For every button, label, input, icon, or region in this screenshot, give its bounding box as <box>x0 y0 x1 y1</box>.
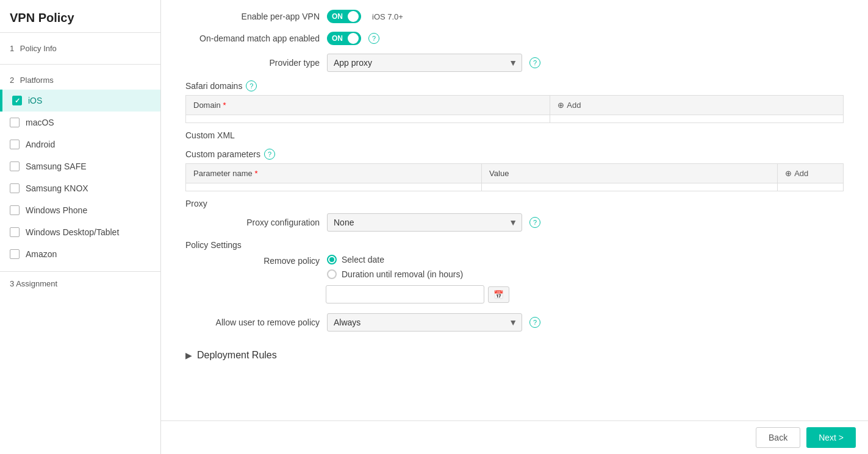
calendar-icon: 📅 <box>493 290 504 299</box>
calendar-button[interactable]: 📅 <box>488 286 509 303</box>
safari-domains-section: Safari domains ? <box>185 80 844 91</box>
add-domain-icon: ⊕ <box>558 101 564 110</box>
proxy-config-help-icon[interactable]: ? <box>529 217 540 228</box>
on-demand-row: On-demand match app enabled ON ? <box>185 32 844 45</box>
ios-checkbox[interactable] <box>12 96 22 105</box>
domain-column-header: Domain <box>186 96 550 115</box>
select-date-radio[interactable] <box>327 255 337 264</box>
param-empty-row <box>186 183 844 191</box>
allow-remove-row: Allow user to remove policy Always Never… <box>185 313 844 332</box>
main-content: Enable per-app VPN ON iOS 7.0+ On-demand… <box>161 0 868 454</box>
sidebar: VPN Policy 1 Policy Info 2 Platforms iOS… <box>0 0 161 454</box>
duration-radio[interactable] <box>327 269 337 279</box>
remove-policy-label: Remove policy <box>185 255 320 266</box>
on-demand-label: On-demand match app enabled <box>185 34 320 43</box>
deployment-rules-arrow-icon: ▶ <box>185 350 192 360</box>
back-button[interactable]: Back <box>756 427 800 448</box>
deployment-rules-section[interactable]: ▶ Deployment Rules <box>185 340 844 371</box>
proxy-title: Proxy <box>185 199 844 208</box>
custom-parameters-table: Parameter name Value ⊕ Add <box>185 163 844 191</box>
sidebar-item-windows-phone[interactable]: Windows Phone <box>0 199 160 221</box>
domain-empty-row <box>186 115 844 123</box>
duration-radio-row[interactable]: Duration until removal (in hours) <box>327 269 463 279</box>
safari-domains-help-icon[interactable]: ? <box>246 80 257 91</box>
allow-remove-select[interactable]: Always Never With Authorization <box>327 313 522 332</box>
enable-per-app-vpn-row: Enable per-app VPN ON iOS 7.0+ <box>185 10 844 23</box>
safari-domains-table: Domain ⊕ Add <box>185 95 844 123</box>
sidebar-item-ios[interactable]: iOS <box>0 90 160 112</box>
amazon-checkbox[interactable] <box>10 249 20 259</box>
step-3-section: 3 Assignment <box>0 272 160 296</box>
policy-settings-title: Policy Settings <box>185 240 844 250</box>
on-demand-help-icon[interactable]: ? <box>368 33 379 44</box>
next-button[interactable]: Next > <box>806 427 856 448</box>
windows-desktop-checkbox[interactable] <box>10 227 20 237</box>
sidebar-item-windows-desktop[interactable]: Windows Desktop/Tablet <box>0 221 160 243</box>
provider-type-dropdown-wrap: App proxy Packet tunnel ▼ <box>327 54 522 72</box>
android-checkbox[interactable] <box>10 140 20 149</box>
toggle-circle <box>348 11 359 22</box>
provider-type-select[interactable]: App proxy Packet tunnel <box>327 54 522 72</box>
domain-add-column: ⊕ Add <box>550 96 844 115</box>
param-name-column-header: Parameter name <box>186 164 482 183</box>
add-param-icon: ⊕ <box>785 169 792 178</box>
remove-policy-radio-group: Select date Duration until removal (in h… <box>327 255 463 279</box>
footer: Back Next > <box>161 420 868 454</box>
select-date-radio-row[interactable]: Select date <box>327 255 463 264</box>
step-1-section: 1 Policy Info <box>0 33 160 65</box>
proxy-config-select[interactable]: None Manual Automatic <box>327 213 522 232</box>
proxy-config-dropdown-wrap: None Manual Automatic ▼ <box>327 213 522 232</box>
value-column-header: Value <box>482 164 778 183</box>
macos-checkbox[interactable] <box>10 118 20 127</box>
sidebar-item-android[interactable]: Android <box>0 133 160 155</box>
proxy-config-row: Proxy configuration None Manual Automati… <box>185 213 844 232</box>
sidebar-item-samsung-safe[interactable]: Samsung SAFE <box>0 155 160 177</box>
proxy-config-label: Proxy configuration <box>185 218 320 227</box>
samsung-knox-checkbox[interactable] <box>10 183 20 193</box>
date-input-field[interactable] <box>326 285 484 303</box>
windows-phone-checkbox[interactable] <box>10 205 20 215</box>
provider-type-help-icon[interactable]: ? <box>529 57 540 68</box>
step-1-label: 1 Policy Info <box>0 39 160 58</box>
deployment-rules-label: Deployment Rules <box>197 350 277 361</box>
provider-type-label: Provider type <box>185 58 320 68</box>
provider-type-row: Provider type App proxy Packet tunnel ▼ … <box>185 54 844 72</box>
on-demand-toggle-circle <box>348 33 359 44</box>
enable-per-app-vpn-label: Enable per-app VPN <box>185 12 320 21</box>
sidebar-item-amazon[interactable]: Amazon <box>0 243 160 265</box>
allow-remove-label: Allow user to remove policy <box>185 317 320 327</box>
sidebar-item-samsung-knox[interactable]: Samsung KNOX <box>0 177 160 199</box>
remove-policy-row: Remove policy Select date Duration until… <box>185 255 844 279</box>
custom-xml-title: Custom XML <box>185 130 844 140</box>
enable-per-app-vpn-toggle[interactable]: ON <box>327 10 361 23</box>
step-2-label: 2 Platforms <box>0 71 160 90</box>
ios-version-label: iOS 7.0+ <box>372 12 403 21</box>
step-2-section: 2 Platforms iOS macOS Android Samsung SA… <box>0 65 160 272</box>
add-domain-button[interactable]: ⊕ Add <box>558 101 581 110</box>
date-input-row: 📅 <box>326 285 844 303</box>
custom-parameters-help-icon[interactable]: ? <box>264 149 275 160</box>
allow-remove-help-icon[interactable]: ? <box>529 317 540 328</box>
on-demand-toggle[interactable]: ON <box>327 32 361 45</box>
select-date-label: Select date <box>342 255 384 264</box>
custom-parameters-section: Custom parameters ? <box>185 149 844 160</box>
add-param-button[interactable]: ⊕ Add <box>785 169 808 178</box>
allow-remove-dropdown-wrap: Always Never With Authorization ▼ <box>327 313 522 332</box>
duration-label: Duration until removal (in hours) <box>342 269 463 279</box>
param-add-column: ⊕ Add <box>778 164 844 183</box>
samsung-safe-checkbox[interactable] <box>10 161 20 171</box>
sidebar-item-macos[interactable]: macOS <box>0 112 160 133</box>
sidebar-title: VPN Policy <box>0 0 160 33</box>
